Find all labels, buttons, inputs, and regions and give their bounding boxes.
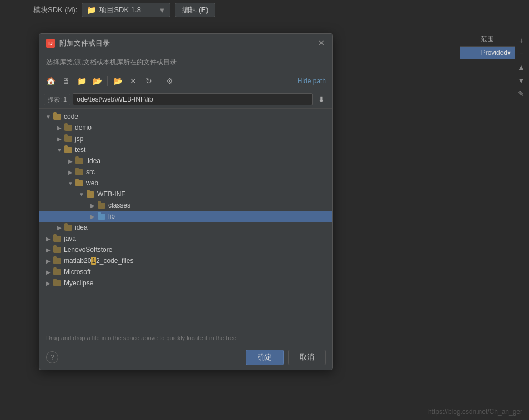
cancel-button[interactable]: 取消 bbox=[288, 350, 326, 365]
tree-label: idea bbox=[75, 224, 88, 231]
dialog-close-button[interactable]: ✕ bbox=[316, 39, 326, 48]
up-toolbar-btn[interactable]: ▲ bbox=[515, 61, 527, 73]
tree-item-selected[interactable]: ▶ lib bbox=[39, 211, 332, 222]
dialog-toolbar: 🏠 🖥 📁 📂 📂 ✕ ↻ ⚙ Hide path bbox=[39, 72, 332, 90]
tree-item[interactable]: ▼ code bbox=[39, 111, 332, 122]
scope-area: 范围 Provided▾ bbox=[460, 32, 515, 59]
folder-java-icon bbox=[53, 234, 62, 243]
folder-idea2-icon bbox=[64, 223, 73, 232]
folder-src-icon bbox=[75, 168, 84, 176]
delete-toolbar-btn[interactable]: ✕ bbox=[127, 74, 140, 88]
search-badge: 搜索: 1 bbox=[44, 94, 70, 105]
folder-code-icon bbox=[53, 112, 62, 121]
provided-button[interactable]: Provided▾ bbox=[460, 47, 515, 59]
folder-web-icon bbox=[75, 179, 84, 188]
sdk-dropdown[interactable]: 📁 项目SDK 1.8 ▼ bbox=[82, 3, 170, 17]
tree-item[interactable]: ▶ classes bbox=[39, 200, 332, 211]
tree-item[interactable]: ▶ LenovoSoftstore bbox=[39, 244, 332, 255]
drag-hint: Drag and drop a file into the space abov… bbox=[39, 331, 332, 345]
desktop-toolbar-btn[interactable]: 🖥 bbox=[59, 74, 73, 88]
tree-toggle[interactable]: ▶ bbox=[66, 168, 75, 176]
tree-label: lib bbox=[108, 212, 115, 220]
tree-label: src bbox=[86, 168, 95, 176]
folder-myeclipse-icon bbox=[53, 279, 62, 287]
watermark: https://blog.csdn.net/Ch_an_ger bbox=[428, 408, 522, 416]
folder-open-toolbar-btn[interactable]: 📂 bbox=[111, 74, 124, 88]
tree-toggle[interactable]: ▶ bbox=[55, 134, 64, 143]
sdk-name: 项目SDK 1.8 bbox=[99, 5, 140, 15]
tree-container[interactable]: ▼ code ▶ demo ▶ jsp ▼ bbox=[39, 109, 332, 331]
folder-test-icon bbox=[64, 145, 73, 154]
scope-header: 范围 bbox=[460, 32, 515, 47]
tree-label: Microsoft bbox=[64, 268, 91, 276]
dropdown-arrow-icon: ▼ bbox=[159, 6, 166, 14]
folder-lib-icon bbox=[97, 212, 106, 221]
confirm-button[interactable]: 确定 bbox=[246, 350, 284, 365]
tree-item[interactable]: ▶ jsp bbox=[39, 133, 332, 144]
folder-classes-icon bbox=[97, 201, 106, 210]
tree-toggle[interactable]: ▼ bbox=[77, 190, 86, 199]
tree-label: web bbox=[86, 179, 98, 187]
tree-item[interactable]: ▶ idea bbox=[39, 222, 332, 233]
tree-item[interactable]: ▼ WEB-INF bbox=[39, 189, 332, 200]
folder-icon: 📁 bbox=[87, 6, 96, 14]
dialog-icon: IJ bbox=[46, 39, 55, 48]
dialog-title: 附加文件或目录 bbox=[59, 38, 316, 48]
tree-label: jsp bbox=[75, 135, 83, 143]
top-bar: 模块SDK (M): 📁 项目SDK 1.8 ▼ 编辑 (E) bbox=[33, 3, 215, 17]
tree-toggle[interactable]: ▶ bbox=[44, 267, 53, 276]
tree-item[interactable]: ▶ demo bbox=[39, 122, 332, 133]
footer-buttons: 确定 取消 bbox=[246, 350, 326, 365]
tree-toggle[interactable]: ▶ bbox=[44, 256, 53, 265]
tree-toggle[interactable]: ▼ bbox=[44, 112, 53, 121]
tree-item[interactable]: ▶ src bbox=[39, 166, 332, 178]
right-toolbar: + − ▲ ▼ ✎ bbox=[513, 32, 529, 102]
folder-new-toolbar-btn[interactable]: 📁 bbox=[75, 74, 88, 88]
folder-matlab-icon bbox=[53, 256, 62, 265]
refresh-toolbar-btn[interactable]: ↻ bbox=[142, 74, 155, 88]
add-toolbar-btn[interactable]: + bbox=[515, 34, 527, 47]
tree-item[interactable]: ▼ test bbox=[39, 144, 332, 155]
dialog-subtitle: 选择库类,源,文档或本机库所在的文件或目录 bbox=[39, 53, 332, 72]
link-toolbar-btn[interactable]: ⚙ bbox=[163, 74, 176, 88]
tree-toggle[interactable]: ▼ bbox=[55, 145, 64, 154]
path-input[interactable] bbox=[73, 93, 313, 105]
tree-toggle[interactable]: ▶ bbox=[44, 245, 53, 254]
edit-button[interactable]: 编辑 (E) bbox=[175, 3, 215, 17]
tree-label: .idea bbox=[86, 157, 100, 165]
tree-label: demo bbox=[75, 124, 92, 131]
download-button[interactable]: ⬇ bbox=[315, 93, 328, 106]
tree-label: code bbox=[64, 113, 78, 120]
tree-toggle[interactable]: ▶ bbox=[55, 123, 64, 132]
tree-toggle[interactable]: ▼ bbox=[66, 179, 75, 188]
tree-toggle[interactable]: ▶ bbox=[44, 234, 53, 243]
tree-label: LenovoSoftstore bbox=[64, 246, 112, 254]
tree-label: WEB-INF bbox=[97, 190, 125, 198]
tree-item[interactable]: ▶ Myeclipse bbox=[39, 277, 332, 289]
tree-item[interactable]: ▶ .idea bbox=[39, 155, 332, 166]
dialog: IJ 附加文件或目录 ✕ 选择库类,源,文档或本机库所在的文件或目录 🏠 🖥 📁… bbox=[39, 33, 333, 370]
minus-toolbar-btn[interactable]: − bbox=[515, 48, 527, 60]
home-toolbar-btn[interactable]: 🏠 bbox=[44, 74, 57, 88]
tree-toggle[interactable]: ▶ bbox=[44, 279, 53, 287]
tree-toggle[interactable]: ▶ bbox=[55, 223, 64, 232]
help-button[interactable]: ? bbox=[46, 351, 58, 363]
tree-item[interactable]: ▶ java bbox=[39, 233, 332, 244]
tree-toggle[interactable]: ▶ bbox=[88, 212, 97, 221]
tree-item[interactable]: ▶ matlab2012_code_files bbox=[39, 255, 332, 266]
folder-alt-toolbar-btn[interactable]: 📂 bbox=[90, 74, 104, 88]
tree-toggle[interactable]: ▶ bbox=[66, 156, 75, 165]
folder-demo-icon bbox=[64, 123, 73, 132]
folder-jsp-icon bbox=[64, 134, 73, 143]
down-toolbar-btn[interactable]: ▼ bbox=[515, 74, 527, 87]
dialog-titlebar: IJ 附加文件或目录 ✕ bbox=[39, 34, 332, 53]
edit-toolbar-btn[interactable]: ✎ bbox=[515, 88, 527, 100]
hide-path-button[interactable]: Hide path bbox=[295, 76, 328, 86]
tree-label: Myeclipse bbox=[64, 279, 93, 287]
tree-toggle[interactable]: ▶ bbox=[88, 201, 97, 210]
tree-item[interactable]: ▶ Microsoft bbox=[39, 266, 332, 277]
toolbar-separator-2 bbox=[159, 76, 159, 86]
tree-label: matlab2012_code_files bbox=[64, 257, 133, 265]
dialog-footer: ? 确定 取消 bbox=[39, 345, 332, 370]
tree-item[interactable]: ▼ web bbox=[39, 178, 332, 189]
